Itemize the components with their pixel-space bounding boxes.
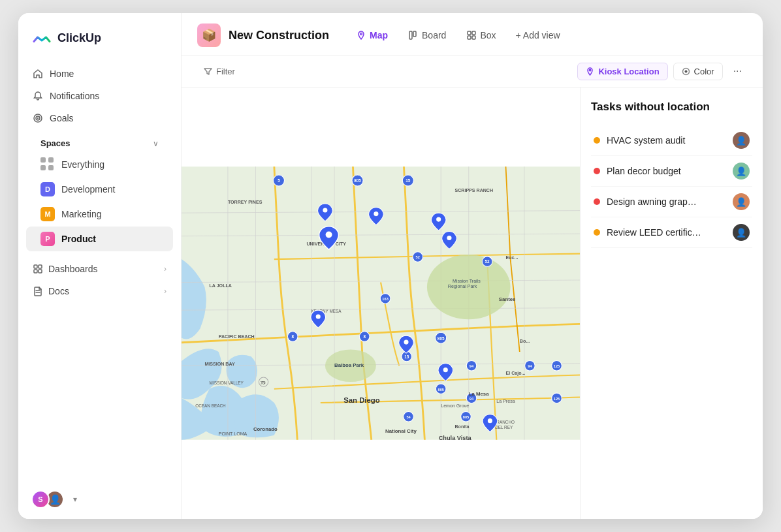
svg-text:94: 94 [470, 397, 474, 401]
svg-point-105 [316, 315, 321, 319]
map-container[interactable]: Mission Trails Regional Park Balboa Park… [182, 87, 580, 519]
svg-point-101 [374, 211, 378, 216]
svg-point-9 [360, 33, 362, 35]
more-icon: ··· [733, 65, 742, 76]
svg-text:8: 8 [363, 334, 366, 339]
bell-icon [33, 91, 43, 101]
svg-text:DEL REY: DEL REY [495, 425, 513, 430]
sidebar-item-home[interactable]: Home [26, 63, 173, 85]
sidebar-item-goals[interactable]: Goals [26, 107, 173, 129]
sidebar-item-docs[interactable]: Docs › [26, 280, 173, 302]
svg-text:54: 54 [406, 415, 411, 419]
task-item[interactable]: HVAC system audit 👤 [591, 125, 752, 156]
task-item[interactable]: Review LEED certific… 👤 [591, 217, 752, 248]
marketing-space-icon: M [40, 207, 55, 221]
tab-box[interactable]: Box [458, 26, 505, 44]
clickup-logo-icon [31, 27, 52, 48]
svg-text:805: 805 [354, 178, 361, 183]
svg-text:Mission Trails: Mission Trails [453, 279, 481, 284]
notifications-label: Notifications [50, 91, 99, 101]
svg-rect-6 [39, 270, 42, 273]
sidebar-nav: Home Notifications Goals [18, 60, 181, 254]
home-label: Home [50, 69, 74, 79]
svg-point-107 [443, 368, 448, 372]
target-icon [33, 113, 43, 123]
svg-text:15: 15 [406, 178, 411, 183]
sidebar-item-product[interactable]: P Product [26, 227, 173, 251]
svg-text:163: 163 [382, 297, 388, 301]
svg-text:PACIFIC BEACH: PACIFIC BEACH [219, 334, 255, 339]
color-button[interactable]: Color [673, 63, 723, 80]
everything-grid-icon [40, 157, 55, 172]
svg-text:RANCHO: RANCHO [496, 420, 515, 424]
sidebar-item-dashboards[interactable]: Dashboards › [26, 258, 173, 280]
spaces-chevron-icon[interactable]: ∨ [153, 139, 159, 148]
svg-text:125: 125 [554, 364, 560, 368]
map-svg: Mission Trails Regional Park Balboa Park… [182, 87, 580, 519]
spaces-label: Spaces [40, 138, 71, 148]
marketing-label: Marketing [61, 209, 101, 219]
svg-rect-4 [39, 265, 42, 268]
svg-text:MISSION VALLEY: MISSION VALLEY [210, 381, 244, 385]
svg-point-100 [323, 208, 327, 212]
tab-map-label: Map [370, 30, 388, 40]
kiosk-pin-icon [586, 67, 594, 76]
tab-board[interactable]: Board [400, 26, 455, 44]
svg-text:75: 75 [261, 381, 265, 384]
project-icon: 📦 [197, 23, 221, 47]
filter-label: Filter [216, 67, 235, 76]
color-icon [682, 67, 690, 76]
main-header: 📦 New Construction Map Bo [182, 13, 763, 55]
svg-text:San Diego: San Diego [343, 396, 379, 404]
task-assignee-avatar: 👤 [733, 163, 750, 180]
svg-rect-15 [472, 36, 475, 39]
more-options-button[interactable]: ··· [728, 62, 747, 80]
home-icon [33, 69, 43, 79]
docs-icon [33, 286, 43, 296]
sidebar-sections: Dashboards › Docs › [18, 254, 181, 306]
footer-chevron-icon[interactable]: ▾ [73, 495, 77, 504]
svg-text:52: 52 [485, 260, 490, 264]
svg-text:8: 8 [291, 334, 294, 339]
svg-text:Santee: Santee [499, 296, 516, 302]
svg-text:Bonita: Bonita [454, 424, 469, 430]
sidebar: ClickUp Home Notifications [18, 13, 182, 519]
task-priority-dot [594, 168, 600, 174]
tasks-panel-title: Tasks without location [591, 101, 752, 114]
task-item[interactable]: Plan decor budget 👤 [591, 156, 752, 187]
svg-text:15: 15 [404, 354, 409, 359]
toolbar-right: Kiosk Location Color ··· [577, 62, 747, 80]
box-icon [467, 31, 476, 40]
product-space-icon: P [40, 232, 55, 246]
sidebar-item-development[interactable]: D Development [26, 177, 173, 202]
avatar-group: S 👤 [31, 490, 64, 509]
sidebar-item-marketing[interactable]: M Marketing [26, 202, 173, 227]
kiosk-location-button[interactable]: Kiosk Location [577, 63, 667, 80]
main-content: 📦 New Construction Map Bo [182, 13, 763, 519]
add-view-button[interactable]: + Add view [508, 26, 568, 44]
everything-label: Everything [61, 159, 104, 170]
spaces-header: Spaces ∨ [26, 129, 173, 152]
tab-map[interactable]: Map [347, 26, 397, 44]
svg-text:805: 805 [438, 336, 445, 341]
svg-text:POINT LOMA: POINT LOMA [219, 431, 247, 437]
svg-rect-12 [468, 31, 471, 35]
svg-text:La Presa: La Presa [496, 399, 515, 404]
task-item[interactable]: Design awning grap… 👤 [591, 187, 752, 217]
development-label: Development [61, 184, 116, 195]
sidebar-item-notifications[interactable]: Notifications [26, 85, 173, 107]
header-tabs: Map Board [347, 26, 568, 44]
tab-box-label: Box [480, 30, 496, 40]
svg-text:OCEAN BEACH: OCEAN BEACH [195, 403, 226, 408]
dashboards-label: Dashboards [48, 264, 98, 274]
sidebar-item-everything[interactable]: Everything [26, 152, 173, 177]
board-icon [409, 31, 418, 40]
docs-chevron-icon: › [164, 287, 167, 296]
filter-button[interactable]: Filter [197, 63, 242, 80]
project-title: New Construction [229, 29, 329, 42]
svg-text:LA JOLLA: LA JOLLA [210, 283, 232, 289]
task-priority-dot [594, 229, 600, 236]
dashboards-icon [33, 264, 43, 274]
color-label: Color [694, 67, 714, 76]
svg-text:5: 5 [278, 178, 280, 183]
